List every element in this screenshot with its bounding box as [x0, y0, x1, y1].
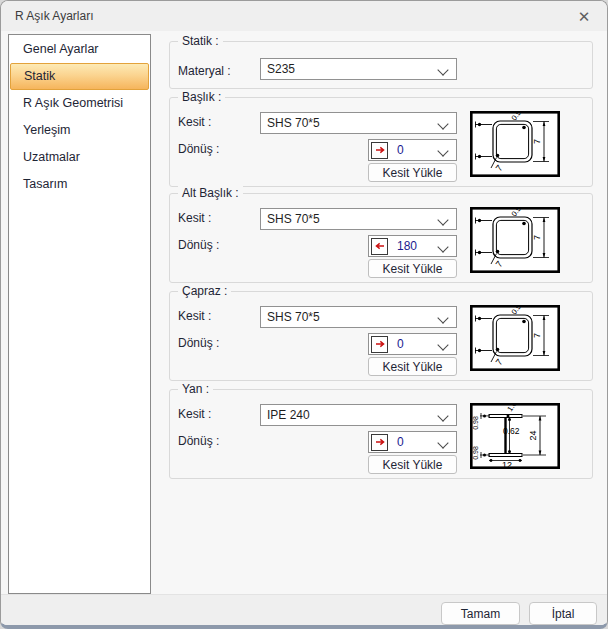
group-yan-title: Yan : [178, 382, 213, 396]
window-title: R Aşık Ayarları [15, 9, 93, 23]
yan-donus-select[interactable]: 0 [368, 431, 457, 453]
chevron-down-icon[interactable] [437, 437, 448, 448]
sidebar-item-r-asik-geometrisi[interactable]: R Aşık Geometrisi [10, 90, 149, 117]
section-preview-ipe: 0.98 0.98 0.62 1.6 24 12 [470, 403, 560, 469]
yan-donus-value: 0 [397, 435, 404, 449]
baslik-kesit-value: SHS 70*5 [267, 116, 320, 130]
yan-kesit-yukle-button[interactable]: Kesit Yükle [368, 455, 457, 474]
close-icon[interactable]: ✕ [574, 7, 594, 27]
dim-label-height: 24 [528, 430, 538, 440]
sidebar-item-statik[interactable]: Statik [10, 63, 149, 90]
kesit-label: Kesit : [178, 115, 211, 129]
dialog-window: R Aşık Ayarları ✕ Genel Ayarlar Statik R… [0, 0, 608, 629]
ok-button[interactable]: Tamam [441, 602, 520, 625]
chevron-down-icon[interactable] [437, 145, 448, 156]
section-preview-shs: 7 0.5 7 [470, 207, 560, 273]
materyal-select[interactable]: S235 [260, 58, 457, 80]
dim-label-height: 7 [532, 333, 542, 338]
group-alt-baslik: Alt Başlık : Kesit : SHS 70*5 Dönüş : 18… [169, 193, 593, 283]
chevron-down-icon[interactable] [437, 118, 448, 129]
dim-label-height: 7 [532, 139, 542, 144]
sidebar-list: Genel Ayarlar Statik R Aşık Geometrisi Y… [8, 34, 151, 594]
chevron-down-icon[interactable] [437, 312, 448, 323]
donus-label: Dönüş : [178, 434, 219, 448]
capraz-kesit-yukle-button[interactable]: Kesit Yükle [368, 357, 457, 376]
kesit-label: Kesit : [178, 211, 211, 225]
title-bar: R Aşık Ayarları ✕ [1, 1, 607, 31]
sidebar-item-tasarim[interactable]: Tasarım [10, 171, 149, 198]
chevron-down-icon[interactable] [437, 339, 448, 350]
capraz-donus-select[interactable]: 0 [368, 333, 457, 355]
rotation-arrow-right-icon [371, 336, 388, 353]
capraz-kesit-value: SHS 70*5 [267, 310, 320, 324]
sidebar-item-uzatmalar[interactable]: Uzatmalar [10, 144, 149, 171]
capraz-kesit-select[interactable]: SHS 70*5 [260, 306, 457, 328]
alt-baslik-kesit-value: SHS 70*5 [267, 212, 320, 226]
rotation-arrow-right-icon [371, 434, 388, 451]
alt-baslik-kesit-yukle-button[interactable]: Kesit Yükle [368, 259, 457, 278]
baslik-kesit-select[interactable]: SHS 70*5 [260, 112, 457, 134]
section-preview-shs: 7 0.5 7 [470, 305, 560, 371]
group-alt-baslik-title: Alt Başlık : [178, 186, 243, 200]
dim-label-height: 7 [532, 235, 542, 240]
dialog-footer: Tamam İptal [1, 594, 607, 627]
capraz-donus-value: 0 [397, 337, 404, 351]
materyal-value: S235 [267, 62, 295, 76]
rotation-arrow-right-icon [371, 142, 388, 159]
alt-baslik-donus-value: 180 [397, 239, 417, 253]
alt-baslik-donus-select[interactable]: 180 [368, 235, 457, 257]
dim-label-web: 0.62 [503, 426, 520, 436]
group-capraz-title: Çapraz : [178, 284, 231, 298]
yan-kesit-select[interactable]: IPE 240 [260, 404, 457, 426]
sidebar-item-genel-ayarlar[interactable]: Genel Ayarlar [10, 36, 149, 63]
donus-label: Dönüş : [178, 142, 219, 156]
materyal-label: Materyal : [178, 64, 231, 78]
rotation-arrow-left-icon [371, 238, 388, 255]
donus-label: Dönüş : [178, 336, 219, 350]
group-yan: Yan : Kesit : IPE 240 Dönüş : 0 Kesit Yü… [169, 389, 593, 479]
chevron-down-icon[interactable] [437, 214, 448, 225]
baslik-kesit-yukle-button[interactable]: Kesit Yükle [368, 163, 457, 182]
group-statik-title: Statik : [178, 34, 223, 48]
dim-label-flange-top: 0.98 [472, 416, 479, 430]
section-preview-shs: 7 0.5 7 [470, 111, 560, 177]
chevron-down-icon[interactable] [437, 241, 448, 252]
baslik-donus-value: 0 [397, 143, 404, 157]
kesit-label: Kesit : [178, 407, 211, 421]
cancel-button[interactable]: İptal [529, 602, 597, 625]
yan-kesit-value: IPE 240 [267, 408, 310, 422]
sidebar-item-yerlesim[interactable]: Yerleşim [10, 117, 149, 144]
group-baslik: Başlık : Kesit : SHS 70*5 Dönüş : 0 Kesi… [169, 97, 593, 187]
donus-label: Dönüş : [178, 238, 219, 252]
chevron-down-icon[interactable] [437, 410, 448, 421]
chevron-down-icon[interactable] [437, 64, 448, 75]
dim-label-width: 12 [502, 460, 512, 470]
group-statik: Statik : Materyal : S235 [169, 41, 593, 89]
kesit-label: Kesit : [178, 309, 211, 323]
group-capraz: Çapraz : Kesit : SHS 70*5 Dönüş : 0 Kesi… [169, 291, 593, 381]
alt-baslik-kesit-select[interactable]: SHS 70*5 [260, 208, 457, 230]
dim-label-flange-bottom: 0.98 [472, 446, 479, 460]
group-baslik-title: Başlık : [178, 90, 225, 104]
baslik-donus-select[interactable]: 0 [368, 139, 457, 161]
